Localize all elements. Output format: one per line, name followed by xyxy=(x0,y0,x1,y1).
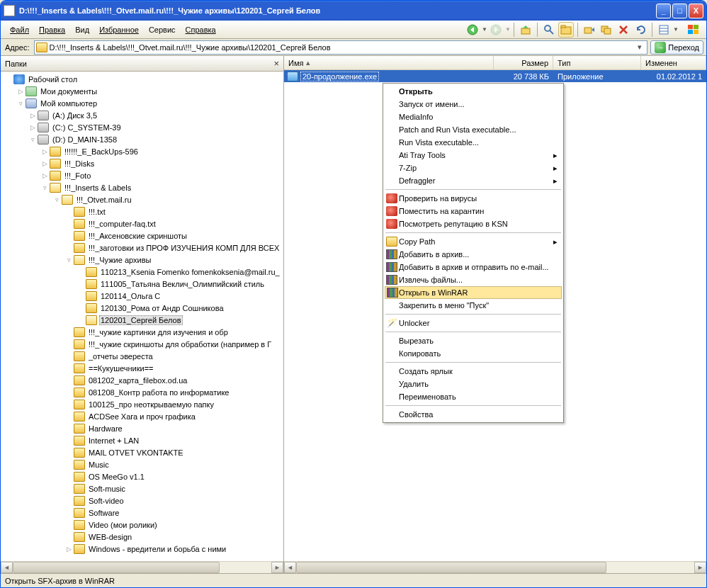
tree-item[interactable]: ==Кукушечники== xyxy=(4,362,283,374)
tree-item[interactable]: Soft-video xyxy=(4,494,283,507)
tree-item[interactable]: MAIL OTVET VKONTAKTE xyxy=(4,446,283,458)
expand-icon[interactable]: ▿ xyxy=(64,256,74,264)
delete-button[interactable] xyxy=(616,22,631,38)
ctx-item[interactable]: Свойства xyxy=(385,408,562,421)
tree-item[interactable]: ▷Windows - вредители и борьба с ними xyxy=(4,543,283,555)
tree-item[interactable]: ▷!!!_Foto xyxy=(4,169,283,181)
tree-item[interactable]: ▷Мои документы xyxy=(4,85,283,97)
menu-file[interactable]: Файл xyxy=(5,23,34,37)
move-to-button[interactable] xyxy=(582,22,597,38)
tree-item[interactable]: Music xyxy=(4,458,283,470)
tree-item[interactable]: 120130_Рома от Андр Сошникова xyxy=(4,302,283,314)
tree-item[interactable]: ACDSee Хага и проч графика xyxy=(4,410,283,422)
expand-icon[interactable]: ▷ xyxy=(64,545,74,553)
column-headers[interactable]: Имя ▴ Размер Тип Изменен xyxy=(284,56,706,70)
tree-item[interactable]: 110213_Ksenia Fomenko fomenkoksenia@mail… xyxy=(4,266,283,278)
ctx-item[interactable]: 7-Zip▸ xyxy=(385,162,562,174)
tree-item[interactable]: 120114_Ольга С xyxy=(4,290,283,302)
tree-item[interactable]: !!!_чужие картинки для изучения и обр xyxy=(4,326,283,338)
tree-item[interactable]: _отчеты эвереста xyxy=(4,350,283,362)
undo-button[interactable] xyxy=(633,22,648,38)
ctx-item[interactable]: Поместить на карантин xyxy=(385,205,562,217)
ctx-item[interactable]: Извлечь файлы... xyxy=(385,273,562,286)
tree-item[interactable]: ▿!!!_Inserts & Labels xyxy=(4,181,283,193)
back-button[interactable] xyxy=(465,22,480,38)
context-menu[interactable]: ОткрытьЗапуск от имени...MediaInfoPatch … xyxy=(383,83,564,423)
tree-item[interactable]: ▿!!!_Чужие архивы xyxy=(4,254,283,266)
ctx-item[interactable]: Открыть в WinRAR xyxy=(385,286,562,299)
col-modified[interactable]: Изменен xyxy=(641,56,706,69)
minimize-button[interactable]: _ xyxy=(656,4,671,18)
col-name[interactable]: Имя ▴ xyxy=(284,56,494,69)
address-input[interactable]: D:\!!!_Inserts & Labels\!!!_Otvet.mail.r… xyxy=(34,40,648,55)
tree-item[interactable]: ▷(A:) Диск 3,5 xyxy=(4,109,283,121)
ctx-item[interactable]: MediaInfo xyxy=(385,111,562,123)
go-button[interactable]: → Переход xyxy=(650,40,703,55)
ctx-item[interactable]: Закрепить в меню "Пуск" xyxy=(385,299,562,312)
expand-icon[interactable]: ▷ xyxy=(16,88,26,95)
ctx-item[interactable]: Посмотреть репутацию в KSN xyxy=(385,217,562,230)
ctx-item[interactable]: Добавить в архив и отправить по e-mail..… xyxy=(385,261,562,273)
folders-pane-close-icon[interactable]: × xyxy=(273,58,279,69)
titlebar[interactable]: D:\!!!_Inserts & Labels\!!!_Otvet.mail.r… xyxy=(1,1,706,21)
menu-tools[interactable]: Сервис xyxy=(144,23,181,37)
scroll-right-icon[interactable]: ► xyxy=(271,562,283,573)
tree-item[interactable]: Internet + LAN xyxy=(4,434,283,446)
views-dropdown-icon[interactable]: ▼ xyxy=(673,26,678,33)
ctx-item[interactable]: Ati Tray Tools▸ xyxy=(385,149,562,162)
expand-icon[interactable]: ▷ xyxy=(40,172,50,179)
ctx-item[interactable]: Copy Path▸ xyxy=(385,235,562,248)
tree-item[interactable]: !!!.txt xyxy=(4,205,283,217)
ctx-item[interactable]: Добавить в архив... xyxy=(385,248,562,261)
tree-scrollbar[interactable]: ◄ ► xyxy=(1,561,283,573)
ctx-item[interactable]: Проверить на вирусы xyxy=(385,192,562,205)
tree-item[interactable]: WEB-design xyxy=(4,531,283,543)
tree-item[interactable]: 111005_Татьяна Веклич_Олимпийский стиль xyxy=(4,278,283,290)
tree-item[interactable]: ▿Мой компьютер xyxy=(4,97,283,109)
tree-item[interactable]: ▿(D:) D_MAIN-1358 xyxy=(4,133,283,145)
tree-item[interactable]: !!!_чужие скриншоты для обработки (напри… xyxy=(4,338,283,350)
expand-icon[interactable]: ▿ xyxy=(52,196,62,203)
ctx-item[interactable]: Удалить xyxy=(385,378,562,390)
expand-icon[interactable]: ▷ xyxy=(40,148,50,155)
ctx-item[interactable]: Переименовать xyxy=(385,390,562,403)
tree-item[interactable]: 100125_про неоткрываемую папку xyxy=(4,398,283,410)
tree-item[interactable]: Software xyxy=(4,507,283,519)
up-button[interactable] xyxy=(518,22,533,38)
tree-item[interactable]: ▷!!!!!!_E_BackUps-596 xyxy=(4,145,283,157)
expand-icon[interactable]: ▷ xyxy=(28,112,38,119)
scroll-right-icon[interactable]: ► xyxy=(694,562,706,573)
expand-icon[interactable]: ▷ xyxy=(28,124,38,131)
tree-item[interactable]: ▷(C:) C_SYSTEM-39 xyxy=(4,121,283,133)
tree-item[interactable]: 081208_Контр работа по информатике xyxy=(4,386,283,398)
tree-item[interactable]: Soft-music xyxy=(4,482,283,494)
menu-help[interactable]: Справка xyxy=(181,23,221,37)
ctx-item[interactable]: Patch and Run Vista executable... xyxy=(385,123,562,136)
ctx-item[interactable]: Открыть xyxy=(385,85,562,98)
address-dropdown-icon[interactable]: ▾ xyxy=(634,43,645,52)
menu-favorites[interactable]: Избранное xyxy=(94,23,144,37)
ctx-item[interactable]: Создать ярлык xyxy=(385,365,562,378)
tree-item[interactable]: Hardware xyxy=(4,422,283,434)
ctx-item[interactable]: Копировать xyxy=(385,347,562,360)
folders-button[interactable] xyxy=(558,22,574,38)
tree-item[interactable]: !!!_заготовки из ПРОФ ИЗУЧЕНИЯ КОМП ДЛЯ … xyxy=(4,242,283,254)
copy-to-button[interactable] xyxy=(599,22,614,38)
ctx-item[interactable]: Вырезать xyxy=(385,334,562,347)
col-size[interactable]: Размер xyxy=(494,56,553,69)
ctx-item[interactable]: Запуск от имени... xyxy=(385,98,562,111)
tree-item[interactable]: ▷!!!_Disks xyxy=(4,157,283,169)
forward-button[interactable] xyxy=(488,22,504,38)
folder-tree[interactable]: Рабочий стол▷Мои документы▿Мой компьютер… xyxy=(1,72,283,561)
back-dropdown-icon[interactable]: ▼ xyxy=(482,26,487,33)
ctx-item[interactable]: 🪄Unlocker xyxy=(385,317,562,329)
tree-item[interactable]: Рабочий стол xyxy=(4,73,283,85)
maximize-button[interactable]: □ xyxy=(672,4,687,18)
tree-item[interactable]: 081202_карта_filebox.od.ua xyxy=(4,374,283,386)
tree-item[interactable]: !!!_computer-faq.txt xyxy=(4,217,283,230)
expand-icon[interactable]: ▷ xyxy=(40,160,50,167)
tree-item[interactable]: 120201_Сергей Белов xyxy=(4,314,283,326)
ctx-item[interactable]: Run Vista executable... xyxy=(385,136,562,149)
files-scrollbar[interactable]: ◄ ► xyxy=(284,561,706,573)
tree-item[interactable]: Video (мои ролики) xyxy=(4,519,283,531)
